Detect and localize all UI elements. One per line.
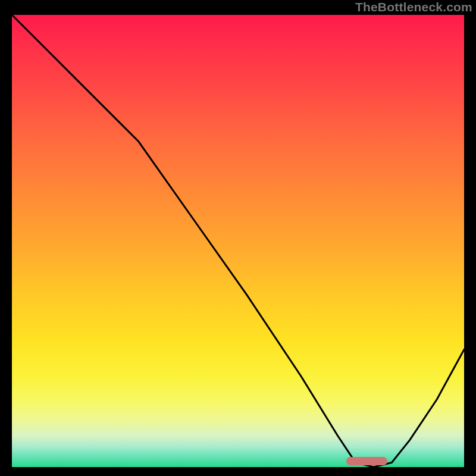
plot-area bbox=[12, 15, 464, 467]
penalty-curve-path bbox=[12, 15, 464, 467]
penalty-curve bbox=[12, 15, 464, 467]
attribution-text: TheBottleneck.com bbox=[355, 0, 472, 14]
optimum-marker bbox=[346, 457, 387, 465]
